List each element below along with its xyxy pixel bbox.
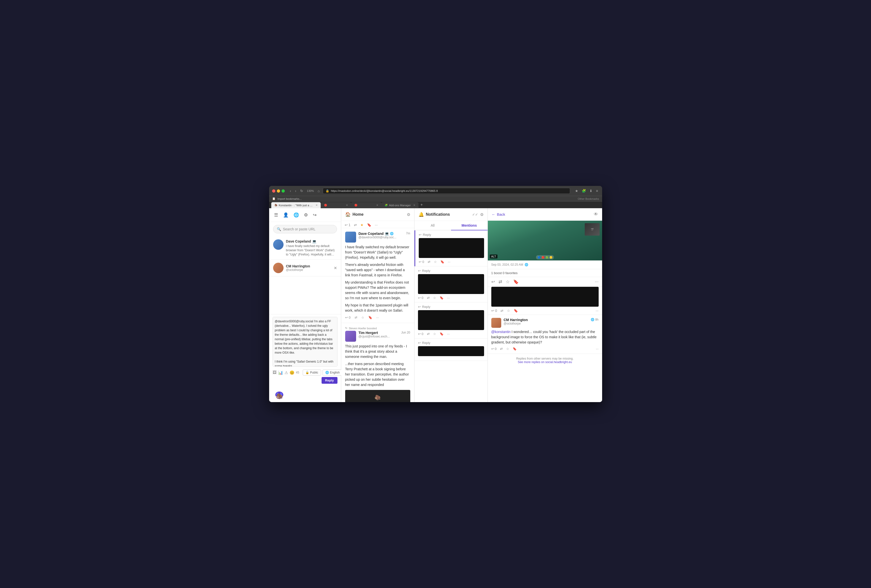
home-nav-button[interactable]: ⌂: [316, 189, 321, 193]
public-button[interactable]: 🔓 Public: [303, 370, 321, 376]
more-icon[interactable]: ···: [375, 223, 378, 227]
close-button[interactable]: [272, 189, 275, 193]
boost-action2[interactable]: ⇄: [500, 309, 503, 313]
see-more-replies-link[interactable]: See more replies on social.headbright.eu: [518, 361, 572, 364]
address-bar[interactable]: 🔒 https://mastodon.online/deck/@konstant…: [323, 188, 570, 194]
bookmark-action[interactable]: 🔖: [440, 332, 444, 336]
bookmark-action2[interactable]: 🔖: [514, 309, 518, 313]
bookmark-action[interactable]: 🔖: [440, 260, 444, 264]
bookmark-action[interactable]: 🔖: [440, 296, 444, 300]
more-action[interactable]: ···: [447, 296, 450, 300]
reply-icon[interactable]: ↩ 1: [345, 223, 351, 227]
boost-action[interactable]: ⇄: [427, 332, 430, 336]
notification-image: [418, 346, 484, 356]
poll-icon[interactable]: 📊: [278, 370, 283, 375]
reply-action2[interactable]: ↩ 0: [491, 309, 497, 313]
more-action2[interactable]: ···: [596, 309, 599, 313]
mark-read-icon[interactable]: ✓✓: [472, 212, 478, 217]
star-icon[interactable]: ★: [360, 223, 364, 227]
post-avatar: [345, 232, 356, 242]
back-button[interactable]: ← Back: [492, 212, 505, 217]
reply-action[interactable]: ↩ 0: [418, 296, 424, 300]
reply-action[interactable]: ↩ 0: [419, 260, 424, 264]
extensions-icon[interactable]: 🧩: [581, 189, 587, 193]
image-attach-icon[interactable]: 🖼: [272, 370, 277, 375]
list-item[interactable]: CM Harrington @octothorpe ✕: [269, 260, 341, 276]
more-action[interactable]: ···: [376, 316, 379, 319]
bookmark-action[interactable]: 🔖: [513, 347, 516, 351]
boost-action[interactable]: ⇄: [355, 316, 357, 319]
new-tab-button[interactable]: +: [419, 202, 425, 208]
tab-1[interactable]: 🔴 ✕: [321, 202, 351, 208]
tab-all[interactable]: All: [415, 221, 451, 230]
menu-bars-icon[interactable]: ≡: [595, 189, 599, 193]
reply-action[interactable]: ↩: [491, 279, 495, 284]
english-button[interactable]: 🌐 English: [323, 370, 343, 376]
tab-close-2[interactable]: ✕: [376, 204, 378, 206]
more-action[interactable]: ···: [595, 279, 599, 284]
tab-0[interactable]: 🦣 Konstantin · : "With just a cou... ✕: [271, 202, 321, 208]
post-meta: Tim Hergert @cjust@infosec.exch...: [359, 331, 399, 338]
more-action[interactable]: ···: [596, 347, 599, 351]
logout-nav-icon[interactable]: ↪: [313, 212, 317, 218]
reload-button[interactable]: ↻: [299, 189, 304, 193]
notifications-settings-icon[interactable]: ⚙: [480, 212, 483, 217]
star-action[interactable]: ☆: [506, 347, 509, 351]
download-icon[interactable]: ⬇: [588, 189, 593, 193]
detail-content: ALT 🎬 🔵 🔴 🟢 🟡: [488, 221, 602, 402]
star-action[interactable]: ☆: [361, 316, 364, 319]
star-action[interactable]: ☆: [433, 296, 436, 300]
list-item[interactable]: Dave Copeland 💻 I have finally switched …: [269, 236, 341, 260]
tab-close-1[interactable]: ✕: [346, 204, 348, 206]
back-nav-button[interactable]: ‹: [289, 189, 292, 193]
more-action[interactable]: ···: [447, 332, 450, 336]
globe-nav-icon[interactable]: 🌐: [293, 212, 299, 218]
import-bookmarks[interactable]: Import bookmarks...: [278, 197, 302, 200]
hamburger-menu-icon[interactable]: ☰: [274, 212, 278, 218]
boost-action[interactable]: ⇄: [428, 260, 430, 264]
bookmark-icon[interactable]: 🔖: [367, 223, 371, 227]
tab-mentions[interactable]: Mentions: [451, 221, 488, 230]
boost-action[interactable]: ⇄: [498, 279, 502, 284]
mention-link[interactable]: @konstantin: [491, 330, 511, 334]
reply-button[interactable]: Reply: [322, 377, 337, 384]
star-action[interactable]: ☆: [434, 260, 437, 264]
compose-textarea[interactable]: @davetron5000@ruby.social I'm also a FF …: [272, 317, 337, 367]
forward-nav-button[interactable]: ›: [294, 189, 298, 193]
eye-icon[interactable]: 👁: [594, 212, 598, 217]
settings-nav-icon[interactable]: ⚙: [304, 212, 308, 218]
bookmarks-icon[interactable]: ★: [574, 189, 579, 193]
minimize-button[interactable]: [277, 189, 280, 193]
reply-action[interactable]: ↩ 0: [418, 332, 424, 336]
list-item: ↩ Reply ↩ 0 ⇄ ☆ 🔖 ···: [415, 230, 488, 266]
boost-action[interactable]: ⇄: [427, 296, 430, 300]
notification-image: [418, 274, 484, 294]
close-icon[interactable]: ✕: [334, 266, 337, 271]
notifications-header: 🔔 Notifications ✓✓ ⚙: [415, 208, 488, 221]
maximize-button[interactable]: [281, 189, 285, 193]
star-action[interactable]: ☆: [433, 332, 436, 336]
post-meta: Dave Copeland 💻 🌐 @davetron5000@ruby.soc…: [359, 232, 404, 239]
tab-close-3[interactable]: ✕: [413, 204, 415, 206]
bookmark-action[interactable]: 🔖: [513, 279, 519, 284]
star-action[interactable]: ☆: [506, 279, 510, 284]
more-action[interactable]: ···: [448, 260, 450, 264]
boost-icon[interactable]: ⇄: [354, 223, 357, 227]
people-icon[interactable]: 👤: [283, 212, 289, 218]
tab-close-0[interactable]: ✕: [316, 204, 317, 206]
tab-2[interactable]: 🔴 ✕: [351, 202, 382, 208]
emoji-icon[interactable]: 😊: [289, 370, 295, 375]
other-bookmarks-label[interactable]: Other Bookmarks: [578, 197, 599, 200]
missing-replies-text: Replies from other servers may be missin…: [516, 357, 573, 361]
warning-icon[interactable]: ⚠: [284, 370, 288, 375]
home-settings-icon[interactable]: ⚙: [407, 212, 410, 217]
boost-count: 1: [491, 271, 493, 275]
detail-actions: ↩ ⇄ ☆ 🔖 ···: [488, 277, 602, 287]
tab-3[interactable]: 🧩 Add-ons Manager ✕: [382, 202, 419, 208]
star-action2[interactable]: ☆: [507, 309, 510, 313]
bookmark-action[interactable]: 🔖: [368, 316, 372, 319]
reply-action[interactable]: ↩ 0: [491, 347, 497, 351]
boost-action[interactable]: ⇄: [500, 347, 503, 351]
search-box[interactable]: 🔍 Search or paste URL: [273, 225, 337, 233]
reply-action[interactable]: ↩ 0: [345, 316, 351, 319]
